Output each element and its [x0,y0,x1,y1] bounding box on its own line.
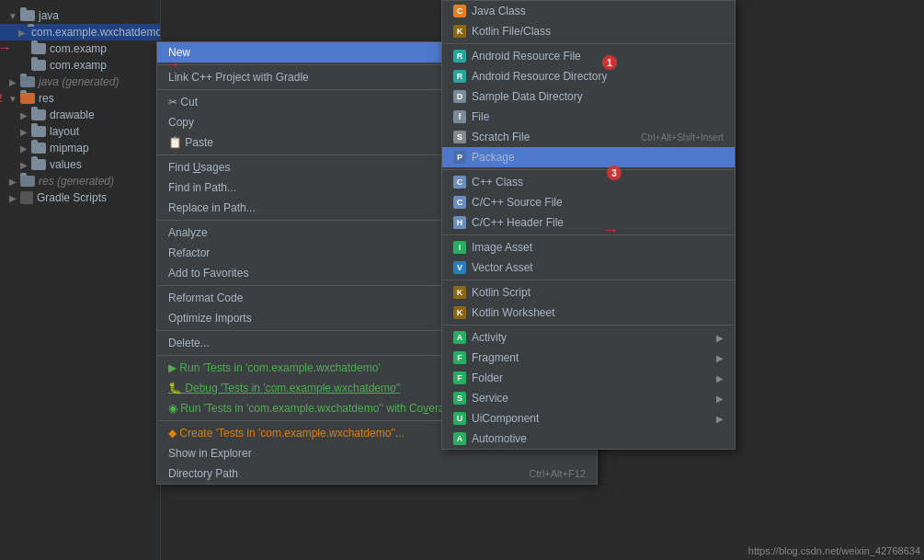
tree-arrow [7,176,18,187]
file-icon: f [453,110,466,123]
shortcut-label: Ctrl+Alt+Shift+Insert [641,132,724,143]
submenu-item-file[interactable]: f File [442,107,735,127]
tree-arrow [7,10,18,21]
submenu-item-kotlin-worksheet[interactable]: K Kotlin Worksheet [442,303,735,323]
tree-label: layout [50,125,79,138]
submenu-separator [442,280,735,280]
submenu-item-kotlin-script[interactable]: K Kotlin Script [442,282,735,303]
submenu-label: UiComponent [472,412,709,425]
tree-arrow [7,93,18,104]
folder-icon [31,60,46,71]
java-class-icon: C [453,5,466,17]
tree-label: mipmap [50,142,89,154]
tree-item-drawable[interactable]: drawable [0,107,160,123]
folder-icon [20,93,35,104]
submenu-label: Kotlin File/Class [472,25,724,38]
submenu-item-kotlin-class[interactable]: K Kotlin File/Class [442,21,735,41]
tree-arrow [18,27,26,38]
submenu-label: Vector Asset [472,261,724,274]
kotlin-script-icon: K [453,286,466,299]
submenu-separator [442,169,735,170]
cpp-class-icon: C [453,176,466,189]
tree-item-res-generated[interactable]: res (generated) [0,173,160,189]
tree-item-res[interactable]: 2 res [0,90,160,107]
submenu-item-android-resource-dir[interactable]: R Android Resource Directory [442,66,735,86]
folder-icon [31,126,46,137]
submenu-label: Kotlin Worksheet [472,306,724,319]
submenu-label: Package [472,151,724,164]
service-icon: S [453,392,466,405]
submenu-label: Android Resource Directory [472,70,724,83]
folder-icon: F [453,371,466,384]
menu-item-dir-path[interactable]: Directory Path Ctrl+Alt+F12 [157,463,597,484]
image-asset-icon: I [453,241,466,254]
submenu-label: Kotlin Script [472,286,724,299]
submenu-arrow-icon: ▶ [716,373,724,383]
tree-arrow [18,109,29,120]
submenu-item-scratch-file[interactable]: S Scratch File Ctrl+Alt+Shift+Insert [442,127,735,147]
folder-icon [20,76,35,87]
tree-label: res (generated) [39,175,114,188]
tree-item-com-example[interactable]: com.example.wxchatdemo [0,24,160,40]
fragment-icon: F [453,351,466,364]
submenu-label: C/C++ Header File [472,216,724,229]
folder-icon [31,143,46,154]
red-arrow-3: → [602,221,619,240]
submenu-item-cpp-source[interactable]: C C/C++ Source File [442,192,735,212]
tree-item-mipmap[interactable]: mipmap [0,140,160,156]
tree-label: res [39,92,54,105]
submenu-item-uicomponent[interactable]: U UiComponent ▶ [442,408,735,429]
tree-arrow [18,159,29,170]
submenu-item-activity[interactable]: A Activity ▶ [442,327,735,348]
submenu-item-vector-asset[interactable]: V Vector Asset [442,257,735,278]
annotation-1: 1 [602,55,617,70]
submenu-label: C++ Class [472,176,724,189]
tree-item-gradle[interactable]: Gradle Scripts [0,189,160,206]
folder-icon [31,159,46,170]
tree-item-com-examp-1[interactable]: → com.examp [0,40,160,57]
submenu-item-service[interactable]: S Service ▶ [442,388,735,408]
tree-label: drawable [50,109,95,121]
submenu-label: File [472,110,724,123]
tree-item-java-generated[interactable]: java (generated) [0,74,160,90]
submenu-label: Folder [472,371,709,384]
submenu-label: Android Resource File [472,50,724,63]
submenu-arrow-icon: ▶ [716,353,724,363]
submenu-label: Java Class [472,5,724,17]
folder-icon [31,43,46,54]
tree-label: Gradle Scripts [37,191,107,204]
submenu-item-package[interactable]: P Package [442,147,735,167]
activity-icon: A [453,331,466,344]
folder-icon [31,109,46,120]
scratch-file-icon: S [453,131,466,143]
submenu-item-image-asset[interactable]: I Image Asset [442,237,735,257]
submenu-label: Scratch File [472,131,641,143]
submenu-separator [442,43,735,44]
submenu-item-android-resource-file[interactable]: R Android Resource File [442,46,735,66]
submenu-item-folder[interactable]: F Folder ▶ [442,368,735,388]
tree-item-layout[interactable]: layout [0,123,160,140]
tree-label: com.examp [50,59,107,72]
submenu-item-fragment[interactable]: F Fragment ▶ [442,348,735,368]
submenu-item-java-class[interactable]: C Java Class [442,1,735,21]
red-arrow-icon: → [0,40,11,55]
submenu-item-automotive[interactable]: A Automotive [442,429,735,449]
tree-item-com-examp-2[interactable]: com.examp [0,57,160,74]
tree-arrow [7,76,18,87]
submenu-item-cpp-header[interactable]: H C/C++ Header File [442,212,735,233]
cpp-header-icon: H [453,216,466,229]
tree-item-java[interactable]: java [0,7,160,24]
shortcut-label: Ctrl+Alt+F12 [529,468,586,479]
number-badge-2: 2 [0,92,3,105]
submenu-new: C Java Class K Kotlin File/Class R Andro… [441,0,736,450]
submenu-arrow-icon: ▶ [716,394,724,404]
submenu-item-sample-data[interactable]: D Sample Data Directory [442,86,735,107]
submenu-arrow-icon: ▶ [716,414,724,424]
tree-item-values[interactable]: values [0,156,160,173]
submenu-label: Fragment [472,351,709,364]
automotive-icon: A [453,432,466,445]
submenu-label: Automotive [472,432,724,445]
file-tree: java com.example.wxchatdemo → com.examp … [0,0,161,560]
submenu-item-cpp-class[interactable]: C C++ Class [442,172,735,192]
folder-icon [20,10,35,21]
